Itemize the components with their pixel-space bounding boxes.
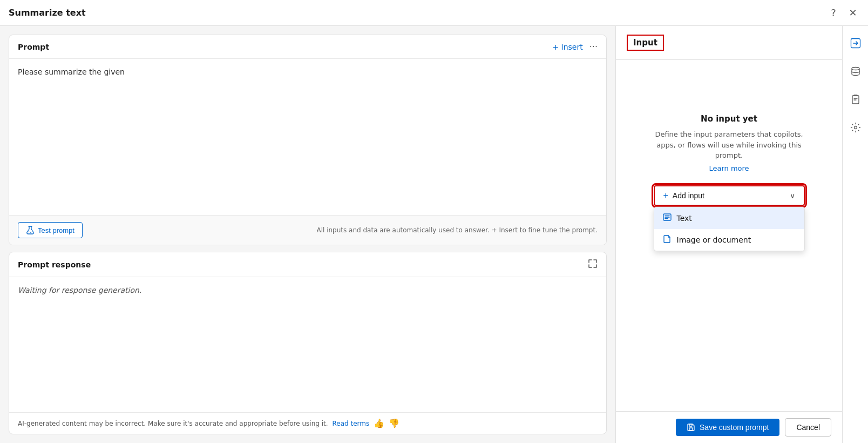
svg-point-8 [854,126,857,129]
text-icon [663,213,672,224]
page-title: Summarize text [9,8,86,18]
clipboard-icon[interactable] [847,91,864,108]
left-panel: Prompt + Insert ··· Please summarize the… [0,26,615,443]
add-input-dropdown: Text Image or document [654,207,805,251]
waiting-text: Waiting for response generation. [18,286,141,294]
response-card: Prompt response Waiting for response gen… [9,252,607,434]
main-layout: Prompt + Insert ··· Please summarize the… [0,26,868,443]
sign-in-icon[interactable] [847,35,864,52]
save-custom-prompt-button[interactable]: Save custom prompt [676,419,779,436]
dropdown-text-label: Text [677,214,692,223]
test-prompt-label: Test prompt [38,226,74,234]
title-bar: Summarize text ? ✕ [0,0,868,26]
expand-icon[interactable] [588,259,598,270]
disclaimer-text: AI-generated content may be incorrect. M… [18,420,328,427]
dropdown-imagedoc-label: Image or document [677,236,751,244]
response-body: Waiting for response generation. [9,277,606,412]
prompt-card-header: Prompt + Insert ··· [9,35,606,59]
save-label: Save custom prompt [700,423,769,432]
dropdown-item-text[interactable]: Text [654,207,804,229]
image-doc-icon [663,234,672,245]
no-input-section: No input yet Define the input parameters… [654,114,805,172]
response-card-header: Prompt response [9,252,606,277]
more-button[interactable]: ··· [589,42,598,52]
plus-icon: + [663,191,668,200]
add-input-container: + Add input ∨ Text [654,185,805,206]
dropdown-item-image[interactable]: Image or document [654,229,804,251]
prompt-body: Please summarize the given [9,59,606,215]
input-tab[interactable]: Input [627,35,664,51]
insert-button[interactable]: + Insert [552,43,582,51]
learn-more-link[interactable]: Learn more [709,164,749,172]
help-icon[interactable]: ? [827,6,840,19]
read-terms-link[interactable]: Read terms [333,420,370,427]
save-icon [687,423,695,432]
close-icon[interactable]: ✕ [846,6,859,19]
svg-rect-4 [689,424,692,426]
response-footer: AI-generated content may be incorrect. M… [9,412,606,434]
prompt-footer: Test prompt All inputs and data are auto… [9,215,606,245]
svg-point-1 [30,232,31,233]
settings-icon[interactable] [847,119,864,136]
svg-point-0 [29,231,30,232]
flask-icon [26,226,35,234]
prompt-header-actions: + Insert ··· [552,42,598,52]
prompt-card-title: Prompt [18,43,49,51]
no-input-desc: Define the input parameters that copilot… [654,129,805,161]
add-input-label: Add input [673,191,704,200]
sidebar-icons [842,26,868,443]
chevron-down-icon: ∨ [790,191,795,200]
prompt-text: Please summarize the given [18,68,125,76]
right-content: No input yet Define the input parameters… [616,60,842,411]
thumbs-down-icon[interactable]: 👎 [389,418,399,428]
cancel-button[interactable]: Cancel [785,418,831,437]
database-icon[interactable] [847,63,864,80]
add-input-button[interactable]: + Add input ∨ [654,185,805,206]
title-bar-actions: ? ✕ [827,6,859,19]
svg-rect-3 [689,428,693,431]
response-card-title: Prompt response [18,260,91,269]
test-prompt-button[interactable]: Test prompt [18,222,83,238]
thumbs-up-icon[interactable]: 👍 [374,418,384,428]
bottom-bar: Save custom prompt Cancel [616,411,842,443]
footer-hint: All inputs and data are automatically us… [316,226,598,234]
no-input-title: No input yet [701,114,757,124]
right-panel: Input No input yet Define the input para… [615,26,842,443]
prompt-card: Prompt + Insert ··· Please summarize the… [9,35,607,245]
right-header: Input [616,26,842,60]
svg-point-6 [852,68,859,70]
